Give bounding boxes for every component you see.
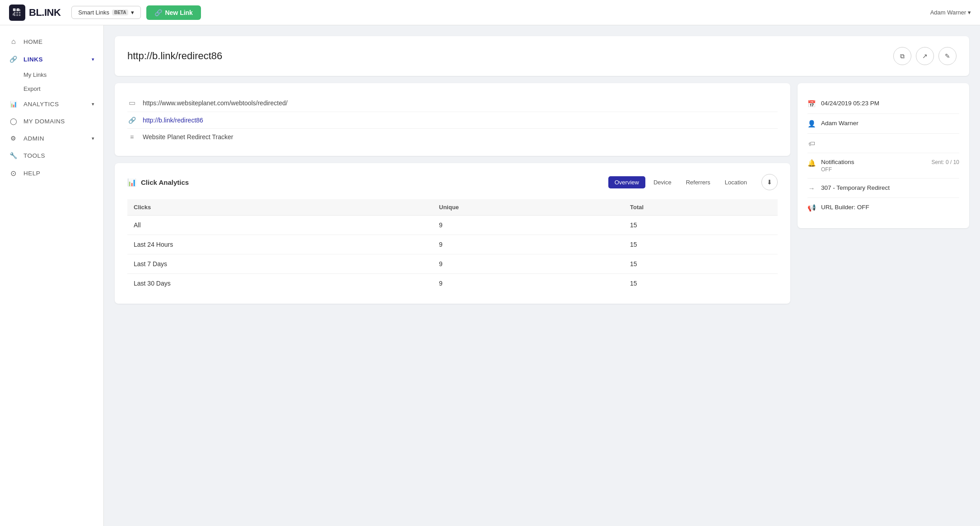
sidebar-item-my-domains[interactable]: ◯ MY DOMAINS <box>0 113 103 130</box>
row-total: 15 <box>624 274 778 293</box>
copy-button[interactable]: ⧉ <box>893 47 911 65</box>
table-row: All 9 15 <box>127 216 778 235</box>
logo-icon: // <box>9 5 25 21</box>
chart-icon: 📊 <box>127 178 136 187</box>
logo[interactable]: // BL.INK <box>9 5 61 21</box>
tab-location[interactable]: Location <box>719 176 753 188</box>
analytics-title: Click Analytics <box>141 178 189 186</box>
sidebar-item-links[interactable]: 🔗 LINKS ▾ <box>0 51 103 68</box>
url-builder-row: 📢 URL Builder: OFF <box>807 198 959 217</box>
table-row: Last 7 Days 9 15 <box>127 254 778 274</box>
help-icon: ⊙ <box>9 169 18 178</box>
tab-overview[interactable]: Overview <box>608 176 645 188</box>
home-icon: ⌂ <box>9 38 18 46</box>
content-grid: ▭ https://www.websiteplanet.com/webtools… <box>115 83 969 311</box>
header-actions: ⧉ ↗ ✎ <box>893 47 957 65</box>
user-icon: 👤 <box>807 120 816 128</box>
analytics-icon: 📊 <box>9 101 18 108</box>
info-sidebar: 📅 04/24/2019 05:23 PM 👤 Adam Warner 🏷 <box>798 83 969 311</box>
links-submenu: My Links Export <box>0 68 103 96</box>
redirect-icon: → <box>807 184 816 192</box>
sidebar-label-my-domains: MY DOMAINS <box>23 118 65 125</box>
user-label: Adam Warner ▾ <box>930 9 971 16</box>
chevron-down-icon: ▾ <box>131 9 134 16</box>
tag-icon: 🏷 <box>807 140 816 147</box>
edit-icon: ✎ <box>945 52 950 60</box>
row-total: 15 <box>624 254 778 274</box>
col-unique: Unique <box>433 199 624 216</box>
redirect-content: 307 - Temporary Redirect <box>821 184 959 191</box>
chevron-down-icon: ▾ <box>92 56 95 62</box>
user-menu[interactable]: Adam Warner ▾ <box>930 9 971 16</box>
table-row: Last 30 Days 9 15 <box>127 274 778 293</box>
calendar-icon: 📅 <box>807 100 816 108</box>
link-info-card: ▭ https://www.websiteplanet.com/webtools… <box>115 83 790 156</box>
analytics-tabs: Overview Device Referrers Location <box>608 176 753 188</box>
new-link-button[interactable]: 🔗 New Link <box>146 5 201 20</box>
top-navigation: // BL.INK Smart Links BETA ▾ 🔗 New Link … <box>0 0 980 25</box>
title-row: ≡ Website Planet Redirect Tracker <box>127 129 778 145</box>
download-button[interactable]: ⬇ <box>761 174 778 190</box>
owner-row: 👤 Adam Warner <box>807 114 959 134</box>
destination-row: ▭ https://www.websiteplanet.com/webtools… <box>127 94 778 112</box>
page-title: http://b.link/redirect86 <box>127 50 222 62</box>
owner-content: Adam Warner <box>821 119 959 127</box>
col-clicks: Clicks <box>127 199 433 216</box>
row-label: Last 30 Days <box>127 274 433 293</box>
url-builder-status: URL Builder: OFF <box>821 204 869 211</box>
sidebar: ⌂ HOME 🔗 LINKS ▾ My Links Export 📊 ANALY… <box>0 25 104 526</box>
analytics-header: 📊 Click Analytics Overview Device Referr… <box>127 174 778 190</box>
smart-links-dropdown[interactable]: Smart Links BETA ▾ <box>71 6 141 19</box>
date-row: 📅 04/24/2019 05:23 PM <box>807 94 959 114</box>
link-icon: 🔗 <box>154 9 162 16</box>
analytics-card: 📊 Click Analytics Overview Device Referr… <box>115 163 790 304</box>
title-icon: ≡ <box>127 133 136 141</box>
date-content: 04/24/2019 05:23 PM <box>821 99 959 107</box>
sidebar-item-admin[interactable]: ⚙ ADMIN ▾ <box>0 130 103 147</box>
sidebar-label-help: HELP <box>23 170 40 177</box>
owner-name: Adam Warner <box>821 120 859 127</box>
short-url[interactable]: http://b.link/redirect86 <box>143 117 203 124</box>
row-label: Last 24 Hours <box>127 235 433 254</box>
info-sidebar-card: 📅 04/24/2019 05:23 PM 👤 Adam Warner 🏷 <box>798 83 969 228</box>
redirect-type: 307 - Temporary Redirect <box>821 184 890 191</box>
tab-referrers[interactable]: Referrers <box>680 176 717 188</box>
tags-row: 🏷 <box>807 134 959 153</box>
row-label: Last 7 Days <box>127 254 433 274</box>
sidebar-label-admin: ADMIN <box>23 135 44 142</box>
bell-icon: 🔔 <box>807 159 816 167</box>
megaphone-icon: 📢 <box>807 204 816 212</box>
sidebar-item-my-links[interactable]: My Links <box>23 68 103 82</box>
sidebar-label-tools: TOOLS <box>23 152 45 159</box>
analytics-table: Clicks Unique Total All 9 15 <box>127 199 778 293</box>
chain-icon: 🔗 <box>127 117 136 124</box>
sidebar-item-export[interactable]: Export <box>23 82 103 96</box>
link-title: Website Planet Redirect Tracker <box>143 133 233 141</box>
sidebar-label-links: LINKS <box>23 56 43 63</box>
sidebar-label-home: HOME <box>23 38 43 45</box>
chevron-down-icon: ▾ <box>92 101 95 107</box>
logo-text: BL.INK <box>29 7 61 19</box>
external-link-icon: ↗ <box>922 52 928 60</box>
row-label: All <box>127 216 433 235</box>
row-unique: 9 <box>433 216 624 235</box>
domain-icon: ◯ <box>9 117 18 125</box>
smart-links-label: Smart Links <box>78 9 109 16</box>
admin-icon: ⚙ <box>9 135 18 142</box>
sidebar-item-help[interactable]: ⊙ HELP <box>0 164 103 183</box>
tab-device[interactable]: Device <box>647 176 678 188</box>
notifications-main: Notifications Sent: 0 / 10 <box>821 159 959 165</box>
sidebar-item-home[interactable]: ⌂ HOME <box>0 33 103 51</box>
open-button[interactable]: ↗ <box>916 47 934 65</box>
edit-button[interactable]: ✎ <box>938 47 957 65</box>
chevron-down-icon: ▾ <box>92 136 95 141</box>
notifications-sent: Sent: 0 / 10 <box>932 159 959 165</box>
url-builder-content: URL Builder: OFF <box>821 203 959 211</box>
notifications-row: 🔔 Notifications Sent: 0 / 10 OFF <box>807 153 959 178</box>
svg-text://: // <box>13 12 14 16</box>
sidebar-item-analytics[interactable]: 📊 ANALYTICS ▾ <box>0 96 103 113</box>
browser-icon: ▭ <box>127 99 136 107</box>
sidebar-item-tools[interactable]: 🔧 TOOLS <box>0 147 103 164</box>
redirect-row: → 307 - Temporary Redirect <box>807 178 959 198</box>
link-icon: 🔗 <box>9 56 18 63</box>
